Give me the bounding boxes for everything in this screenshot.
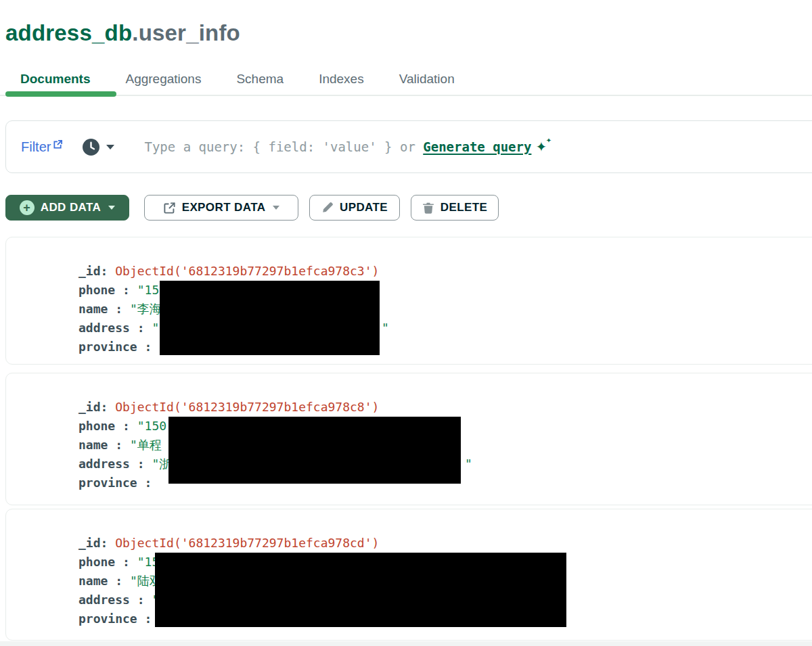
- update-button[interactable]: UPDATE: [309, 195, 400, 221]
- field-separator: :: [108, 574, 130, 588]
- field-key: province: [78, 476, 137, 490]
- field-value: ObjectId('6812319b77297b1efca978c8'): [115, 400, 379, 414]
- field-value: ": [152, 321, 159, 335]
- redaction-box: [155, 553, 566, 627]
- field-key: province: [78, 340, 137, 354]
- field-key: _id: [78, 536, 101, 550]
- update-label: UPDATE: [340, 201, 388, 214]
- field-key: name: [78, 574, 108, 588]
- field-separator: :: [101, 400, 116, 414]
- tab-validation[interactable]: Validation: [399, 65, 455, 95]
- add-data-button[interactable]: + ADD DATA: [5, 195, 129, 221]
- document-fields: _id: ObjectId('6812319b77297b1efca978c3'…: [6, 237, 812, 356]
- trash-icon: [422, 202, 434, 214]
- tab-indexes[interactable]: Indexes: [319, 65, 364, 95]
- generate-query-link[interactable]: Generate query: [423, 139, 531, 154]
- field-separator: :: [115, 283, 137, 297]
- sparkle-icon: ✦✦: [535, 139, 547, 155]
- external-link-icon: [53, 139, 63, 149]
- field-separator: :: [137, 476, 160, 490]
- field-key: province: [78, 612, 137, 626]
- field-row: _id: ObjectId('6812319b77297b1efca978c8'…: [78, 398, 812, 417]
- filter-label: Filter: [21, 139, 51, 155]
- query-bar: Filter Type a query: { field: 'value' } …: [5, 120, 812, 173]
- field-separator: :: [130, 457, 152, 471]
- field-separator: :: [101, 536, 116, 550]
- export-icon: [163, 202, 176, 214]
- delete-label: DELETE: [441, 201, 487, 214]
- field-separator: :: [108, 302, 130, 316]
- active-tab-underline: [5, 91, 116, 97]
- export-data-button[interactable]: EXPORT DATA: [144, 195, 298, 221]
- redaction-box: [160, 281, 380, 355]
- tab-schema[interactable]: Schema: [236, 65, 284, 95]
- document-card[interactable]: _id: ObjectId('6812319b77297b1efca978cd'…: [5, 509, 812, 641]
- field-value-suffix: ": [382, 319, 389, 338]
- collection-name: user_info: [139, 20, 240, 45]
- document-card[interactable]: _id: ObjectId('6812319b77297b1efca978c3'…: [5, 237, 812, 365]
- field-key: name: [78, 302, 108, 316]
- export-data-label: EXPORT DATA: [182, 201, 266, 214]
- field-key: phone: [78, 555, 115, 569]
- filter-link[interactable]: Filter: [21, 139, 63, 155]
- field-value: ObjectId('6812319b77297b1efca978c3'): [115, 264, 379, 278]
- page-background-strip: [0, 641, 812, 646]
- field-separator: :: [130, 321, 152, 335]
- field-separator: :: [115, 555, 137, 569]
- field-row: _id: ObjectId('6812319b77297b1efca978cd'…: [78, 534, 812, 553]
- chevron-down-icon: [108, 206, 115, 210]
- field-separator: :: [130, 593, 152, 607]
- field-value: "15: [137, 283, 160, 297]
- field-key: phone: [78, 283, 115, 297]
- field-value: "150: [137, 419, 166, 433]
- field-separator: :: [101, 264, 116, 278]
- field-key: phone: [78, 419, 115, 433]
- query-history-button[interactable]: [82, 138, 114, 156]
- field-separator: :: [137, 340, 160, 354]
- field-value: ObjectId('6812319b77297b1efca978cd'): [115, 536, 379, 550]
- chevron-down-icon: [273, 206, 279, 210]
- page-title: address_db.user_info: [5, 20, 240, 46]
- field-separator: :: [115, 419, 137, 433]
- field-value: "单程: [130, 438, 162, 452]
- collection-tabs: Documents Aggregations Schema Indexes Va…: [0, 65, 812, 96]
- plus-circle-icon: +: [20, 200, 35, 215]
- delete-button[interactable]: DELETE: [411, 195, 499, 221]
- field-value-suffix: ": [465, 455, 472, 474]
- chevron-down-icon: [106, 145, 114, 149]
- add-data-label: ADD DATA: [41, 201, 101, 214]
- field-key: _id: [78, 400, 101, 414]
- database-name: address_db: [5, 20, 132, 45]
- pencil-icon: [321, 202, 334, 214]
- query-input[interactable]: Type a query: { field: 'value' } or Gene…: [144, 139, 547, 155]
- field-key: address: [78, 321, 130, 335]
- clock-icon: [82, 138, 100, 156]
- field-key: address: [78, 593, 130, 607]
- field-value: "李海: [130, 302, 162, 316]
- field-row: _id: ObjectId('6812319b77297b1efca978c3'…: [78, 262, 812, 281]
- tab-aggregations[interactable]: Aggregations: [125, 65, 201, 95]
- field-key: address: [78, 457, 130, 471]
- title-separator: .: [132, 20, 138, 45]
- query-placeholder: Type a query: { field: 'value' } or: [144, 139, 423, 154]
- field-separator: :: [108, 438, 130, 452]
- document-card[interactable]: _id: ObjectId('6812319b77297b1efca978c8'…: [5, 373, 812, 505]
- redaction-box: [168, 417, 461, 484]
- tab-documents[interactable]: Documents: [20, 65, 90, 95]
- field-key: _id: [78, 264, 101, 278]
- field-key: name: [78, 438, 108, 452]
